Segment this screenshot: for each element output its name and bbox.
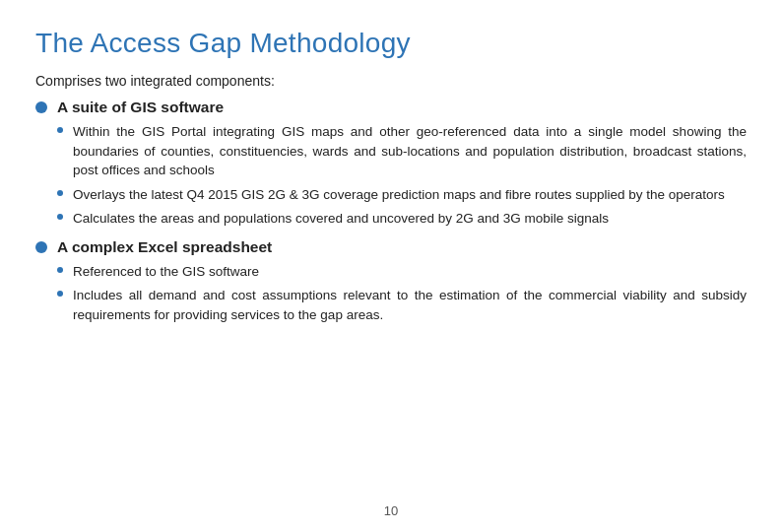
- section-header-gis: A suite of GIS software: [35, 99, 747, 116]
- section-title-excel: A complex Excel spreadsheet: [57, 238, 272, 256]
- section-header-excel: A complex Excel spreadsheet: [35, 238, 747, 256]
- sub-item-text: Within the GIS Portal integrating GIS ma…: [73, 122, 747, 180]
- bullet-small: [57, 267, 63, 273]
- list-item: Overlays the latest Q4 2015 GIS 2G & 3G …: [57, 185, 747, 205]
- section-title-gis: A suite of GIS software: [57, 99, 224, 116]
- section-gis-software: A suite of GIS software Within the GIS P…: [35, 99, 747, 229]
- list-item: Calculates the areas and populations cov…: [57, 209, 747, 229]
- sub-item-text: Calculates the areas and populations cov…: [73, 209, 609, 229]
- intro-text: Comprises two integrated components:: [35, 73, 747, 89]
- page-number: 10: [384, 503, 398, 518]
- slide-title: The Access Gap Methodology: [35, 28, 747, 59]
- bullet-small: [57, 214, 63, 220]
- bullet-large-gis: [35, 101, 47, 113]
- slide: The Access Gap Methodology Comprises two…: [0, 0, 782, 532]
- list-item: Includes all demand and cost assumptions…: [57, 286, 747, 324]
- bullet-small: [57, 190, 63, 196]
- list-item: Referenced to the GIS software: [57, 262, 747, 282]
- sub-items-excel: Referenced to the GIS software Includes …: [57, 262, 747, 325]
- sub-item-text: Includes all demand and cost assumptions…: [73, 286, 747, 324]
- bullet-small: [57, 291, 63, 297]
- sub-item-text: Overlays the latest Q4 2015 GIS 2G & 3G …: [73, 185, 725, 205]
- sub-item-text: Referenced to the GIS software: [73, 262, 259, 282]
- section-excel-spreadsheet: A complex Excel spreadsheet Referenced t…: [35, 238, 747, 325]
- bullet-small: [57, 127, 63, 133]
- list-item: Within the GIS Portal integrating GIS ma…: [57, 122, 747, 180]
- bullet-large-excel: [35, 241, 47, 253]
- sub-items-gis: Within the GIS Portal integrating GIS ma…: [57, 122, 747, 229]
